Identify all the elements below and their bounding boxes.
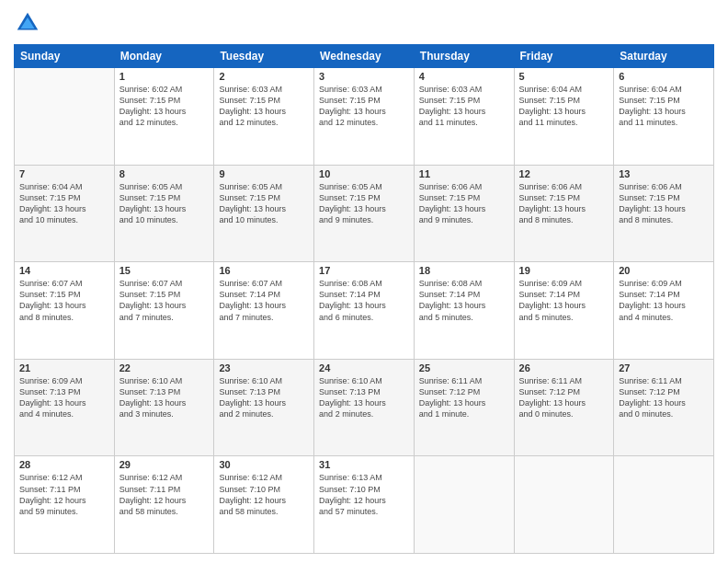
calendar-cell: 27Sunrise: 6:11 AM Sunset: 7:12 PM Dayli… xyxy=(614,359,714,456)
weekday-header-row: SundayMondayTuesdayWednesdayThursdayFrid… xyxy=(15,45,714,68)
calendar-cell: 9Sunrise: 6:05 AM Sunset: 7:15 PM Daylig… xyxy=(214,165,314,262)
calendar-cell: 4Sunrise: 6:03 AM Sunset: 7:15 PM Daylig… xyxy=(414,68,514,166)
day-number: 29 xyxy=(119,459,210,470)
day-number: 7 xyxy=(19,168,109,179)
calendar-cell: 3Sunrise: 6:03 AM Sunset: 7:15 PM Daylig… xyxy=(314,68,415,166)
day-number: 4 xyxy=(419,71,509,82)
weekday-wednesday: Wednesday xyxy=(314,45,415,68)
weekday-saturday: Saturday xyxy=(614,45,714,68)
calendar-cell: 20Sunrise: 6:09 AM Sunset: 7:14 PM Dayli… xyxy=(614,262,714,360)
weekday-thursday: Thursday xyxy=(414,45,514,68)
day-info: Sunrise: 6:12 AM Sunset: 7:10 PM Dayligh… xyxy=(219,472,309,517)
calendar-cell: 26Sunrise: 6:11 AM Sunset: 7:12 PM Dayli… xyxy=(514,359,614,456)
day-info: Sunrise: 6:11 AM Sunset: 7:12 PM Dayligh… xyxy=(519,375,609,420)
day-info: Sunrise: 6:04 AM Sunset: 7:15 PM Dayligh… xyxy=(519,84,609,129)
day-number: 30 xyxy=(219,459,309,470)
calendar-cell: 16Sunrise: 6:07 AM Sunset: 7:14 PM Dayli… xyxy=(214,262,314,360)
calendar-cell: 23Sunrise: 6:10 AM Sunset: 7:13 PM Dayli… xyxy=(214,359,314,456)
day-info: Sunrise: 6:11 AM Sunset: 7:12 PM Dayligh… xyxy=(619,375,709,420)
day-info: Sunrise: 6:10 AM Sunset: 7:13 PM Dayligh… xyxy=(119,375,210,420)
day-info: Sunrise: 6:12 AM Sunset: 7:11 PM Dayligh… xyxy=(19,472,109,517)
day-info: Sunrise: 6:07 AM Sunset: 7:14 PM Dayligh… xyxy=(219,278,309,323)
day-info: Sunrise: 6:06 AM Sunset: 7:15 PM Dayligh… xyxy=(519,181,609,226)
weekday-tuesday: Tuesday xyxy=(214,45,314,68)
calendar-cell: 14Sunrise: 6:07 AM Sunset: 7:15 PM Dayli… xyxy=(15,262,115,360)
calendar-cell xyxy=(514,456,614,554)
day-number: 27 xyxy=(619,362,709,373)
day-number: 21 xyxy=(19,362,109,373)
calendar-cell: 18Sunrise: 6:08 AM Sunset: 7:14 PM Dayli… xyxy=(414,262,514,360)
day-info: Sunrise: 6:04 AM Sunset: 7:15 PM Dayligh… xyxy=(19,181,109,226)
weekday-sunday: Sunday xyxy=(15,45,115,68)
week-row-2: 7Sunrise: 6:04 AM Sunset: 7:15 PM Daylig… xyxy=(15,165,714,262)
day-number: 26 xyxy=(519,362,609,373)
day-number: 1 xyxy=(119,71,210,82)
day-info: Sunrise: 6:07 AM Sunset: 7:15 PM Dayligh… xyxy=(19,278,109,323)
calendar-cell: 11Sunrise: 6:06 AM Sunset: 7:15 PM Dayli… xyxy=(414,165,514,262)
calendar-table: SundayMondayTuesdayWednesdayThursdayFrid… xyxy=(14,44,714,554)
day-info: Sunrise: 6:03 AM Sunset: 7:15 PM Dayligh… xyxy=(219,84,309,129)
day-info: Sunrise: 6:03 AM Sunset: 7:15 PM Dayligh… xyxy=(419,84,509,129)
day-info: Sunrise: 6:05 AM Sunset: 7:15 PM Dayligh… xyxy=(119,181,210,226)
day-number: 6 xyxy=(619,71,709,82)
calendar-cell: 29Sunrise: 6:12 AM Sunset: 7:11 PM Dayli… xyxy=(114,456,214,554)
day-info: Sunrise: 6:12 AM Sunset: 7:11 PM Dayligh… xyxy=(119,472,210,517)
day-number: 5 xyxy=(519,71,609,82)
day-number: 24 xyxy=(319,362,409,373)
day-info: Sunrise: 6:10 AM Sunset: 7:13 PM Dayligh… xyxy=(319,375,409,420)
calendar-cell: 7Sunrise: 6:04 AM Sunset: 7:15 PM Daylig… xyxy=(15,165,115,262)
calendar-cell: 13Sunrise: 6:06 AM Sunset: 7:15 PM Dayli… xyxy=(614,165,714,262)
weekday-friday: Friday xyxy=(514,45,614,68)
calendar-cell: 8Sunrise: 6:05 AM Sunset: 7:15 PM Daylig… xyxy=(114,165,214,262)
week-row-3: 14Sunrise: 6:07 AM Sunset: 7:15 PM Dayli… xyxy=(15,262,714,360)
logo-icon xyxy=(14,9,41,37)
calendar-cell: 17Sunrise: 6:08 AM Sunset: 7:14 PM Dayli… xyxy=(314,262,415,360)
day-info: Sunrise: 6:06 AM Sunset: 7:15 PM Dayligh… xyxy=(419,181,509,226)
day-info: Sunrise: 6:10 AM Sunset: 7:13 PM Dayligh… xyxy=(219,375,309,420)
calendar-cell: 5Sunrise: 6:04 AM Sunset: 7:15 PM Daylig… xyxy=(514,68,614,166)
day-info: Sunrise: 6:09 AM Sunset: 7:13 PM Dayligh… xyxy=(19,375,109,420)
day-number: 31 xyxy=(319,459,409,470)
logo xyxy=(14,9,45,37)
day-info: Sunrise: 6:08 AM Sunset: 7:14 PM Dayligh… xyxy=(319,278,409,323)
calendar-cell xyxy=(614,456,714,554)
calendar-cell: 30Sunrise: 6:12 AM Sunset: 7:10 PM Dayli… xyxy=(214,456,314,554)
day-number: 22 xyxy=(119,362,210,373)
day-number: 15 xyxy=(119,265,210,276)
day-number: 11 xyxy=(419,168,509,179)
calendar-cell: 28Sunrise: 6:12 AM Sunset: 7:11 PM Dayli… xyxy=(15,456,115,554)
day-number: 25 xyxy=(419,362,509,373)
day-number: 8 xyxy=(119,168,210,179)
day-info: Sunrise: 6:05 AM Sunset: 7:15 PM Dayligh… xyxy=(219,181,309,226)
calendar-cell: 24Sunrise: 6:10 AM Sunset: 7:13 PM Dayli… xyxy=(314,359,415,456)
calendar-cell: 10Sunrise: 6:05 AM Sunset: 7:15 PM Dayli… xyxy=(314,165,415,262)
calendar-cell: 1Sunrise: 6:02 AM Sunset: 7:15 PM Daylig… xyxy=(114,68,214,166)
day-number: 17 xyxy=(319,265,409,276)
calendar-cell xyxy=(414,456,514,554)
calendar-cell: 6Sunrise: 6:04 AM Sunset: 7:15 PM Daylig… xyxy=(614,68,714,166)
day-number: 20 xyxy=(619,265,709,276)
header xyxy=(14,9,714,37)
day-number: 23 xyxy=(219,362,309,373)
week-row-4: 21Sunrise: 6:09 AM Sunset: 7:13 PM Dayli… xyxy=(15,359,714,456)
day-number: 16 xyxy=(219,265,309,276)
calendar-cell: 2Sunrise: 6:03 AM Sunset: 7:15 PM Daylig… xyxy=(214,68,314,166)
calendar-cell: 31Sunrise: 6:13 AM Sunset: 7:10 PM Dayli… xyxy=(314,456,415,554)
day-number: 18 xyxy=(419,265,509,276)
day-info: Sunrise: 6:09 AM Sunset: 7:14 PM Dayligh… xyxy=(619,278,709,323)
calendar-cell: 25Sunrise: 6:11 AM Sunset: 7:12 PM Dayli… xyxy=(414,359,514,456)
calendar-cell: 12Sunrise: 6:06 AM Sunset: 7:15 PM Dayli… xyxy=(514,165,614,262)
day-info: Sunrise: 6:13 AM Sunset: 7:10 PM Dayligh… xyxy=(319,472,409,517)
day-number: 10 xyxy=(319,168,409,179)
day-number: 28 xyxy=(19,459,109,470)
day-info: Sunrise: 6:03 AM Sunset: 7:15 PM Dayligh… xyxy=(319,84,409,129)
day-info: Sunrise: 6:05 AM Sunset: 7:15 PM Dayligh… xyxy=(319,181,409,226)
day-number: 13 xyxy=(619,168,709,179)
week-row-5: 28Sunrise: 6:12 AM Sunset: 7:11 PM Dayli… xyxy=(15,456,714,554)
day-number: 2 xyxy=(219,71,309,82)
day-info: Sunrise: 6:04 AM Sunset: 7:15 PM Dayligh… xyxy=(619,84,709,129)
calendar-cell: 22Sunrise: 6:10 AM Sunset: 7:13 PM Dayli… xyxy=(114,359,214,456)
day-info: Sunrise: 6:06 AM Sunset: 7:15 PM Dayligh… xyxy=(619,181,709,226)
calendar-cell: 19Sunrise: 6:09 AM Sunset: 7:14 PM Dayli… xyxy=(514,262,614,360)
day-info: Sunrise: 6:07 AM Sunset: 7:15 PM Dayligh… xyxy=(119,278,210,323)
